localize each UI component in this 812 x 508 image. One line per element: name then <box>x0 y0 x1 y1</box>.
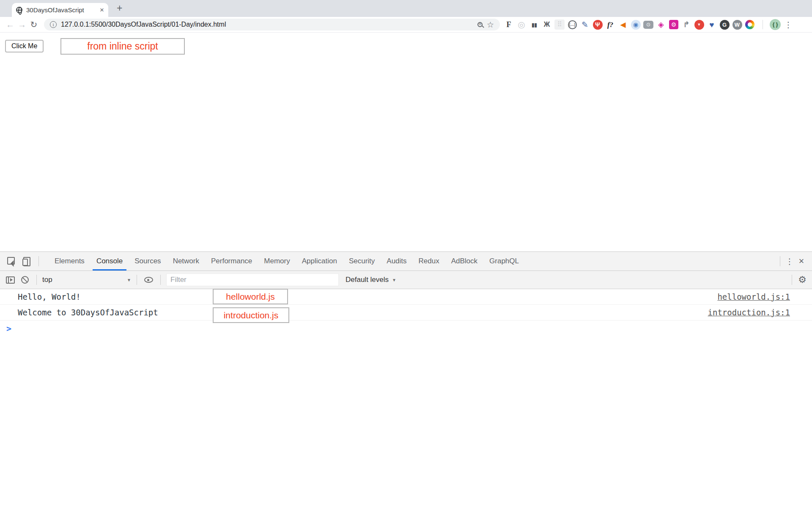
console-sidebar-toggle-icon[interactable] <box>6 276 15 284</box>
browser-menu-icon[interactable]: ⋮ <box>783 20 793 30</box>
ext-color-wheel-icon[interactable] <box>743 18 756 31</box>
devtools-tab-adblock[interactable]: AdBlock <box>445 252 483 271</box>
tab-close-icon[interactable]: × <box>100 6 104 14</box>
devtools-panel: Elements Console Sources Network Perform… <box>0 251 812 508</box>
script-annotation-introduction: introduction.js <box>213 307 289 323</box>
chevron-down-icon: ▼ <box>127 278 131 282</box>
browser-tab[interactable]: 30DaysOfJavaScript × <box>12 3 108 17</box>
ext-megaphone-icon[interactable]: ◀ <box>617 18 629 31</box>
ext-lighthouse-dots-icon[interactable]: (…) <box>566 18 579 31</box>
console-source-link[interactable]: helloworld.js:1 <box>717 292 790 301</box>
reload-icon[interactable]: ↻ <box>28 19 40 30</box>
ext-columns-icon[interactable]: ▮▮ <box>528 18 540 31</box>
ext-corner-arrow-icon[interactable]: ↱ <box>680 18 693 31</box>
ext-camera-icon[interactable]: ⊙ <box>642 18 655 31</box>
ext-heart-search-icon[interactable]: ♥ <box>705 18 718 31</box>
ext-font-question-icon[interactable]: f? <box>604 18 617 31</box>
device-toolbar-icon[interactable] <box>22 257 31 266</box>
divider <box>792 275 792 285</box>
favicon-globe-icon <box>16 7 22 13</box>
browser-tab-strip: 30DaysOfJavaScript × + <box>0 0 812 17</box>
devtools-tab-audits[interactable]: Audits <box>381 252 412 271</box>
execution-context-label: top <box>42 276 52 284</box>
log-levels-label: Default levels <box>346 276 389 284</box>
ext-w-circle-icon[interactable]: W <box>731 18 743 31</box>
bookmark-star-icon[interactable]: ☆ <box>487 20 494 30</box>
console-prompt-row[interactable]: > <box>0 320 812 336</box>
console-message-text: Welcome to 30DaysOfJavaScript <box>18 308 158 317</box>
devtools-close-icon[interactable]: × <box>795 256 808 267</box>
script-annotation-helloworld: helloworld.js <box>213 289 288 304</box>
devtools-tabs: Elements Console Sources Network Perform… <box>49 252 525 271</box>
ext-graphql-atom-icon[interactable]: ◈ <box>655 18 667 31</box>
console-toolbar: top ▼ Default levels ▼ ⚙ <box>0 271 812 289</box>
ext-dark-g-icon[interactable]: G <box>718 18 731 31</box>
site-info-icon[interactable]: i <box>50 21 57 28</box>
inspect-element-icon[interactable] <box>7 257 16 266</box>
ext-disabled-grid-icon[interactable]: ⠿ <box>553 18 566 31</box>
ext-fontanello-icon[interactable]: F <box>502 18 515 31</box>
tab-title: 30DaysOfJavaScript <box>26 6 96 14</box>
console-prompt-chevron-icon: > <box>6 323 11 334</box>
console-message-row: Hello, World! helloworld.js:1 <box>0 289 812 305</box>
clear-console-icon[interactable] <box>21 276 29 284</box>
page-content: Click Me from inline script <box>0 33 812 251</box>
ext-json-braces-icon[interactable]: { } <box>769 18 782 31</box>
browser-toolbar: ← → ↻ i 127.0.0.1:5500/30DaysOfJavaScrip… <box>0 17 812 33</box>
devtools-tab-memory[interactable]: Memory <box>258 252 296 271</box>
console-settings-gear-icon[interactable]: ⚙ <box>796 274 809 285</box>
console-message-text: Hello, World! <box>18 292 81 301</box>
devtools-tab-network[interactable]: Network <box>167 252 205 271</box>
ext-bug-icon[interactable]: Ж <box>540 18 553 31</box>
devtools-tab-performance[interactable]: Performance <box>205 252 258 271</box>
browser-window: 30DaysOfJavaScript × + ← → ↻ i 127.0.0.1… <box>0 0 812 508</box>
address-bar[interactable]: i 127.0.0.1:5500/30DaysOfJavaScript/01-D… <box>44 19 500 30</box>
extensions-row: F ◎ ▮▮ Ж ⠿ (…) <box>502 18 782 31</box>
console-source-link[interactable]: introduction.js:1 <box>708 308 790 317</box>
zoom-icon[interactable] <box>477 22 483 27</box>
divider <box>780 256 780 266</box>
inline-script-annotation: from inline script <box>60 38 185 55</box>
devtools-tab-console[interactable]: Console <box>91 252 129 271</box>
devtools-tab-sources[interactable]: Sources <box>129 252 167 271</box>
ext-eyedropper-icon[interactable]: ✎ <box>579 18 591 31</box>
live-expression-eye-icon[interactable] <box>144 277 153 283</box>
devtools-tab-graphql[interactable]: GraphQL <box>483 252 525 271</box>
extensions-separator[interactable] <box>756 18 769 31</box>
divider <box>36 275 37 285</box>
url-text: 127.0.0.1:5500/30DaysOfJavaScript/01-Day… <box>61 21 226 28</box>
divider <box>137 275 137 285</box>
ext-pink-gear-icon[interactable]: ⚙ <box>667 18 680 31</box>
ext-disabled-camera-icon[interactable]: ◎ <box>515 18 528 31</box>
console-message-row: Welcome to 30DaysOfJavaScript introducti… <box>0 305 812 320</box>
divider <box>38 256 39 266</box>
back-icon[interactable]: ← <box>4 20 16 30</box>
divider <box>160 275 161 285</box>
devtools-tab-application[interactable]: Application <box>296 252 343 271</box>
devtools-tab-elements[interactable]: Elements <box>49 252 91 271</box>
forward-icon[interactable]: → <box>16 20 28 30</box>
ext-stop-hand-icon[interactable]: Ψ <box>591 18 604 31</box>
console-output: Hello, World! helloworld.js:1 Welcome to… <box>0 289 812 336</box>
ext-swirl-icon[interactable]: ◉ <box>629 18 642 31</box>
click-me-button[interactable]: Click Me <box>5 40 44 52</box>
devtools-tab-bar: Elements Console Sources Network Perform… <box>0 252 812 271</box>
devtools-tab-security[interactable]: Security <box>343 252 381 271</box>
console-filter-input[interactable] <box>166 273 339 286</box>
chevron-down-icon: ▼ <box>392 278 396 282</box>
ext-red-bookmark-icon[interactable]: ▼ <box>693 18 705 31</box>
execution-context-dropdown[interactable]: top ▼ <box>41 276 133 284</box>
new-tab-button[interactable]: + <box>117 3 122 14</box>
devtools-menu-icon[interactable]: ⋮ <box>784 257 795 266</box>
devtools-tab-redux[interactable]: Redux <box>413 252 445 271</box>
log-levels-dropdown[interactable]: Default levels ▼ <box>346 276 396 284</box>
